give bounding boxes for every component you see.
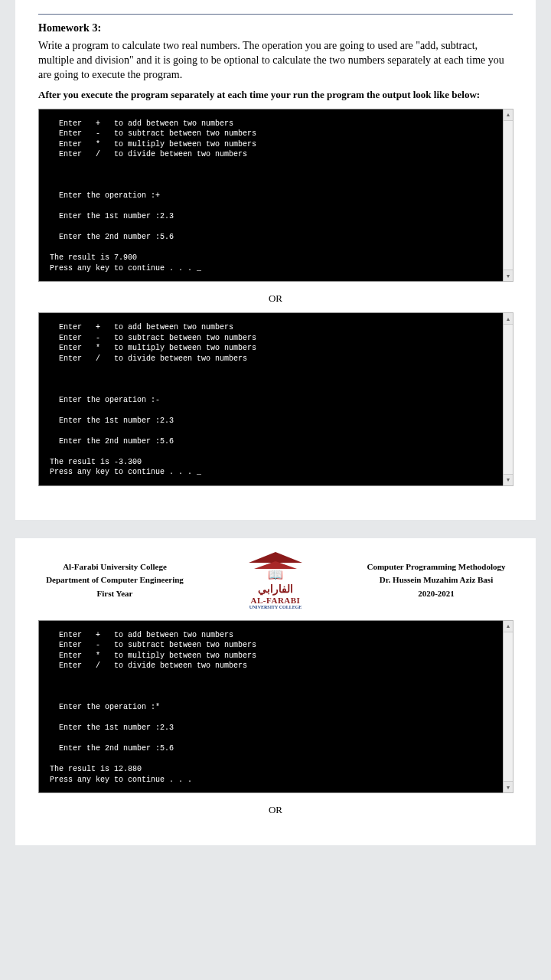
academic-year: 2020-2021 <box>360 587 513 601</box>
scrollbar[interactable]: ▴ ▾ <box>503 109 514 283</box>
console-menu: Enter + to add between two numbers Enter… <box>50 323 256 363</box>
console-press-line: Press any key to continue . . . _ <box>50 264 201 273</box>
console-op-line: Enter the operation :* <box>59 703 160 711</box>
scroll-down-icon[interactable]: ▾ <box>504 270 513 281</box>
console-n1-line: Enter the 1st number :2.3 <box>59 724 174 732</box>
console-n1-line: Enter the 1st number :2.3 <box>59 212 174 220</box>
homework-description: Write a program to calculate two real nu… <box>38 39 513 83</box>
homework-note: After you execute the program separately… <box>38 89 513 101</box>
scroll-down-icon[interactable]: ▾ <box>504 781 513 792</box>
console-op-line: Enter the operation :+ <box>59 191 160 200</box>
college-logo: 📖 الفارابي AL-FARABI UNIVERSITY COLLEGE <box>233 552 318 609</box>
scroll-down-icon[interactable]: ▾ <box>504 474 513 485</box>
console-text: Enter + to add between two numbers Enter… <box>38 312 513 486</box>
console-result-line: The result is -3.300 <box>50 458 142 466</box>
document-page-1: Homework 3: Write a program to calculate… <box>15 0 536 520</box>
college-name: Al-Farabi University College <box>38 560 191 574</box>
console-result-line: The result is 7.900 <box>50 253 137 262</box>
console-output-add: Enter + to add between two numbers Enter… <box>38 109 513 283</box>
console-n2-line: Enter the 2nd number :5.6 <box>59 437 174 446</box>
logo-sub-text: UNIVERSITY COLLEGE <box>233 605 318 609</box>
header-right: Computer Programming Methodology Dr. Hus… <box>360 560 513 601</box>
scrollbar[interactable]: ▴ ▾ <box>503 620 514 794</box>
console-text: Enter + to add between two numbers Enter… <box>38 620 513 794</box>
logo-icon: 📖 <box>249 552 302 583</box>
logo-arabic-text: الفارابي <box>233 583 318 596</box>
course-name: Computer Programming Methodology <box>360 560 513 574</box>
console-menu: Enter + to add between two numbers Enter… <box>50 119 256 159</box>
page-header: Al-Farabi University College Department … <box>38 552 513 609</box>
logo-name-text: AL-FARABI <box>233 596 318 605</box>
or-separator: OR <box>38 292 513 305</box>
year-label: First Year <box>38 587 191 601</box>
header-left: Al-Farabi University College Department … <box>38 560 191 601</box>
console-text: Enter + to add between two numbers Enter… <box>38 109 513 283</box>
scroll-up-icon[interactable]: ▴ <box>504 109 513 121</box>
console-n1-line: Enter the 1st number :2.3 <box>59 416 174 425</box>
book-icon: 📖 <box>249 567 302 582</box>
scroll-up-icon[interactable]: ▴ <box>504 313 513 325</box>
console-press-line: Press any key to continue . . . <box>50 776 192 784</box>
document-page-2: Al-Farabi University College Department … <box>15 538 536 846</box>
divider <box>38 14 513 15</box>
console-press-line: Press any key to continue . . . _ <box>50 468 201 476</box>
console-result-line: The result is 12.880 <box>50 765 142 773</box>
scrollbar[interactable]: ▴ ▾ <box>503 312 514 486</box>
console-output-multiply: Enter + to add between two numbers Enter… <box>38 620 513 794</box>
console-n2-line: Enter the 2nd number :5.6 <box>59 744 174 753</box>
scroll-up-icon[interactable]: ▴ <box>504 621 513 632</box>
or-separator: OR <box>38 804 513 816</box>
console-n2-line: Enter the 2nd number :5.6 <box>59 233 174 241</box>
console-op-line: Enter the operation :- <box>59 396 160 404</box>
instructor-name: Dr. Hussein Muzahim Aziz Basi <box>360 573 513 587</box>
console-output-subtract: Enter + to add between two numbers Enter… <box>38 312 513 486</box>
department-name: Department of Computer Engineering <box>38 573 191 587</box>
console-menu: Enter + to add between two numbers Enter… <box>50 631 256 671</box>
homework-title: Homework 3: <box>38 22 513 34</box>
